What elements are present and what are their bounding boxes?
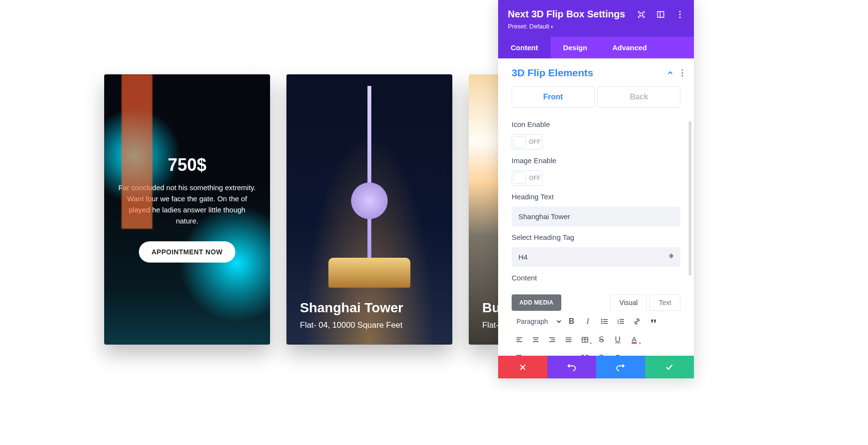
svg-rect-27	[549, 337, 555, 338]
svg-rect-28	[551, 339, 555, 340]
discard-button[interactable]	[498, 356, 547, 378]
icon-enable-label: Icon Enable	[512, 120, 680, 128]
svg-rect-25	[534, 339, 538, 340]
align-justify-icon[interactable]	[561, 332, 576, 348]
svg-rect-21	[516, 337, 522, 338]
undo-changes-button[interactable]	[547, 356, 597, 378]
editor-tab-visual[interactable]: Visual	[610, 294, 647, 311]
card1-price: 750$	[168, 155, 206, 175]
align-right-icon[interactable]	[544, 332, 560, 348]
section-title-3d-flip-elements[interactable]: 3D Flip Elements	[512, 67, 667, 79]
tab-advanced[interactable]: Advanced	[600, 37, 660, 58]
panel-body[interactable]: 3D Flip Elements Front Back Icon Enable …	[498, 58, 694, 378]
text-color-icon[interactable]: A▾	[626, 332, 642, 348]
flip-card-1-back: 750$ Far concluded not his something ext…	[104, 74, 270, 345]
svg-point-8	[681, 75, 683, 76]
align-center-icon[interactable]	[528, 332, 543, 348]
heading-text-label: Heading Text	[512, 193, 680, 201]
subtab-front[interactable]: Front	[512, 86, 595, 108]
add-media-button[interactable]: ADD MEDIA	[512, 294, 561, 311]
svg-point-9	[601, 319, 603, 320]
svg-rect-12	[603, 321, 608, 322]
svg-point-13	[601, 323, 603, 324]
preview-canvas: 750$ Far concluded not his something ext…	[0, 0, 868, 445]
svg-point-7	[681, 72, 683, 73]
tower-illustration	[367, 86, 371, 260]
svg-rect-23	[516, 341, 522, 342]
svg-rect-32	[566, 341, 571, 342]
svg-rect-22	[516, 339, 520, 340]
card2-title: Shanghai Tower	[300, 300, 439, 316]
svg-point-6	[681, 69, 683, 70]
icon-enable-state: OFF	[529, 139, 541, 145]
svg-rect-0	[640, 13, 643, 16]
panel-action-bar	[498, 356, 694, 378]
card1-description: Far concluded not his something extremit…	[118, 182, 257, 227]
panel-title: Next 3D Flip Box Settings	[508, 9, 625, 20]
panel-header: Next 3D Flip Box Settings Preset: Defaul…	[498, 0, 694, 37]
svg-rect-10	[603, 319, 608, 320]
card3-title-partial: Bu	[482, 300, 486, 316]
strikethrough-icon[interactable]: S	[594, 332, 609, 348]
align-left-icon[interactable]	[512, 332, 527, 348]
content-label: Content	[512, 274, 680, 282]
svg-rect-20	[620, 323, 624, 324]
card3-subtitle-partial: Flat-	[482, 320, 486, 330]
svg-point-3	[679, 11, 680, 12]
svg-rect-29	[549, 341, 555, 342]
image-enable-state: OFF	[529, 175, 541, 181]
svg-rect-26	[533, 341, 539, 342]
save-button[interactable]	[645, 356, 694, 378]
svg-rect-14	[603, 323, 608, 324]
preset-dropdown[interactable]: Preset: Default	[508, 23, 684, 30]
blockquote-icon[interactable]	[646, 314, 661, 329]
image-enable-label: Image Enable	[512, 156, 680, 165]
link-icon[interactable]	[629, 314, 645, 329]
settings-tabs: Content Design Advanced	[498, 37, 694, 58]
editor-toolbar-row1: Paragraph B I 123	[498, 311, 694, 329]
svg-point-5	[679, 16, 680, 18]
subtab-back[interactable]: Back	[597, 86, 680, 108]
heading-tag-select[interactable]: H4	[512, 247, 680, 267]
svg-rect-18	[620, 321, 624, 322]
svg-rect-1	[658, 12, 664, 17]
snap-left-icon[interactable]	[656, 10, 665, 19]
italic-icon[interactable]: I	[580, 314, 596, 329]
flip-card-2-front: Shanghai Tower Flat- 04, 10000 Square Fe…	[286, 74, 452, 345]
svg-rect-24	[533, 337, 539, 338]
redo-changes-button[interactable]	[596, 356, 645, 378]
card2-subtitle: Flat- 04, 10000 Square Feet	[300, 320, 439, 330]
scrollbar[interactable]	[689, 121, 692, 276]
section-menu-icon[interactable]	[681, 69, 683, 77]
tab-design[interactable]: Design	[551, 37, 600, 58]
svg-point-4	[679, 14, 680, 15]
underline-icon[interactable]: U	[610, 332, 625, 348]
appointment-button[interactable]: APPOINTMENT NOW	[139, 241, 235, 263]
bullet-list-icon[interactable]	[597, 314, 612, 329]
icon-enable-toggle[interactable]: OFF	[512, 134, 542, 150]
svg-point-11	[601, 321, 603, 322]
bold-icon[interactable]: B	[564, 314, 579, 329]
expand-icon[interactable]	[637, 10, 646, 19]
flip-card-3-front: Bu Flat-	[469, 74, 500, 345]
svg-rect-30	[566, 337, 571, 338]
heading-text-input[interactable]	[512, 207, 680, 226]
svg-rect-31	[566, 339, 571, 340]
paragraph-format-select[interactable]: Paragraph	[512, 314, 563, 329]
module-settings-panel: Next 3D Flip Box Settings Preset: Defaul…	[498, 0, 694, 378]
table-icon[interactable]: ▾	[577, 332, 593, 348]
tab-content[interactable]: Content	[498, 37, 551, 58]
numbered-list-icon[interactable]: 123	[613, 314, 628, 329]
section-collapse-icon[interactable]	[667, 70, 674, 76]
tower-crown-illustration	[328, 258, 410, 288]
image-enable-toggle[interactable]: OFF	[512, 170, 542, 186]
heading-tag-label: Select Heading Tag	[512, 233, 680, 241]
editor-tab-text[interactable]: Text	[650, 294, 680, 311]
svg-rect-16	[620, 319, 624, 320]
editor-toolbar-row2: ▾ S U A▾	[498, 329, 694, 348]
svg-text:3: 3	[617, 322, 619, 325]
kebab-menu-icon[interactable]	[676, 10, 684, 19]
